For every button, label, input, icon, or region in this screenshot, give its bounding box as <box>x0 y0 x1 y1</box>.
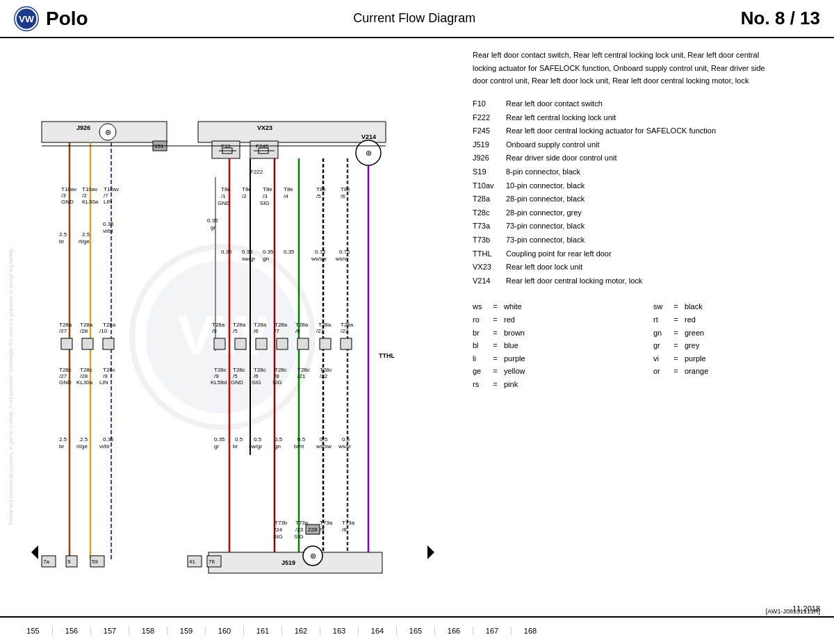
svg-text:LIN: LIN <box>99 379 108 386</box>
svg-text:/8: /8 <box>342 527 347 533</box>
svg-text:0.35: 0.35 <box>221 249 232 255</box>
svg-text:2.5: 2.5 <box>82 231 90 238</box>
footer-number: 160 <box>205 627 243 635</box>
svg-text:ws/vi: ws/vi <box>335 256 348 262</box>
svg-text:0.5: 0.5 <box>342 436 350 443</box>
list-item: T73b 73-pin connector, black <box>473 234 820 247</box>
color-item: ge = yellow <box>473 365 639 378</box>
header-left: VW Polo <box>14 6 88 31</box>
color-code: ge <box>473 365 486 378</box>
svg-text:/9: /9 <box>214 373 219 379</box>
component-description: 8-pin connector, black <box>506 166 580 179</box>
svg-text:SIG: SIG <box>252 379 261 386</box>
svg-text:T28a: T28a <box>59 322 72 328</box>
main-content: VW Private and commercial purposes, in p… <box>0 38 834 616</box>
component-description: Rear left door contact switch <box>506 98 603 110</box>
svg-rect-101 <box>61 338 72 349</box>
component-code: VX23 <box>473 261 500 274</box>
color-name: red <box>504 314 539 327</box>
footer-number: 158 <box>129 627 167 635</box>
svg-text:GND: GND <box>61 199 74 205</box>
color-code: ro <box>473 314 486 327</box>
color-item: gn = green <box>653 327 820 340</box>
svg-text:T28a: T28a <box>275 322 288 328</box>
component-description: Rear driver side door control unit <box>506 152 617 165</box>
svg-text:0.35: 0.35 <box>284 249 295 255</box>
svg-text:/8: /8 <box>275 373 279 379</box>
component-description: 28-pin connector, grey <box>506 207 582 220</box>
svg-text:LIN: LIN <box>104 199 113 205</box>
svg-text:T8e: T8e <box>316 186 326 192</box>
component-code: J926 <box>473 152 500 165</box>
svg-text:0.35: 0.35 <box>103 221 114 227</box>
footer-number: 159 <box>167 627 205 635</box>
svg-text:GND: GND <box>231 379 243 386</box>
svg-text:0.35: 0.35 <box>214 436 225 443</box>
color-legend: ws = white sw = black ro = red rt = red … <box>473 301 820 390</box>
svg-text:T73b: T73b <box>275 520 288 526</box>
svg-text:0.5: 0.5 <box>320 436 328 443</box>
svg-text:vi/bl: vi/bl <box>103 228 113 234</box>
component-code: V214 <box>473 275 500 288</box>
svg-text:0.5: 0.5 <box>297 436 306 443</box>
svg-text:T8e: T8e <box>341 186 350 192</box>
color-name: purple <box>504 353 539 365</box>
svg-text:T28c: T28c <box>80 367 92 373</box>
svg-text:T8e: T8e <box>242 186 252 192</box>
diagram-description: Rear left door contact switch, Rear left… <box>473 49 771 88</box>
svg-text:T28a: T28a <box>233 322 246 328</box>
svg-rect-105 <box>235 338 246 349</box>
component-code: S19 <box>473 166 500 179</box>
svg-text:br: br <box>59 443 64 449</box>
color-code: or <box>653 365 667 378</box>
color-item: li = purple <box>473 353 639 365</box>
color-name: yellow <box>504 365 539 378</box>
svg-text:/9: /9 <box>103 373 108 379</box>
svg-text:/22: /22 <box>341 328 349 334</box>
svg-text:VW: VW <box>19 14 34 24</box>
svg-text:KL30a: KL30a <box>76 379 93 386</box>
svg-text:T28c: T28c <box>103 367 115 373</box>
svg-text:/7: /7 <box>104 192 108 199</box>
list-item: J926 Rear driver side door control unit <box>473 152 820 165</box>
svg-rect-109 <box>320 338 331 349</box>
svg-text:/3: /3 <box>61 192 66 199</box>
list-item: TTHL Coupling point for rear left door <box>473 248 820 261</box>
svg-rect-103 <box>103 338 114 349</box>
svg-text:br: br <box>233 443 238 449</box>
component-description: 10-pin connector, black <box>506 180 584 192</box>
color-code: gr <box>653 340 667 352</box>
color-name: brown <box>504 327 539 340</box>
svg-text:SIG: SIG <box>260 200 270 206</box>
color-name: orange <box>685 365 719 378</box>
svg-text:/27: /27 <box>59 328 67 334</box>
svg-rect-110 <box>341 338 352 349</box>
svg-text:gn: gn <box>263 256 269 262</box>
svg-text:TTHL: TTHL <box>379 352 395 359</box>
svg-text:VX23: VX23 <box>257 124 272 131</box>
svg-rect-107 <box>277 338 288 349</box>
svg-text:⊛: ⊛ <box>310 552 316 560</box>
svg-text:gn: gn <box>275 443 281 449</box>
svg-rect-13 <box>198 122 386 142</box>
svg-text:0.35: 0.35 <box>103 436 114 443</box>
svg-text:SIG: SIG <box>294 534 304 540</box>
publication-date: 11.2018 <box>792 604 820 613</box>
svg-text:/22: /22 <box>320 373 328 379</box>
svg-text:T28a: T28a <box>254 322 267 328</box>
svg-text:T28c: T28c <box>254 367 266 373</box>
svg-text:/4: /4 <box>284 193 288 199</box>
svg-text:/1: /1 <box>221 193 226 199</box>
svg-text:ws/vi: ws/vi <box>338 443 351 449</box>
svg-text:T28c: T28c <box>59 367 72 373</box>
svg-text:T28c: T28c <box>320 367 332 373</box>
list-item: T73a 73-pin connector, black <box>473 220 820 233</box>
footer-number: 161 <box>243 627 281 635</box>
svg-text:vi/bl: vi/bl <box>99 443 109 449</box>
svg-text:T8e: T8e <box>263 186 272 192</box>
footer-number: 156 <box>52 627 90 635</box>
component-code: F10 <box>473 98 500 110</box>
component-description: Rear left door lock unit <box>506 261 582 274</box>
component-description: Onboard supply control unit <box>506 139 600 151</box>
svg-text:T28a: T28a <box>103 322 116 328</box>
